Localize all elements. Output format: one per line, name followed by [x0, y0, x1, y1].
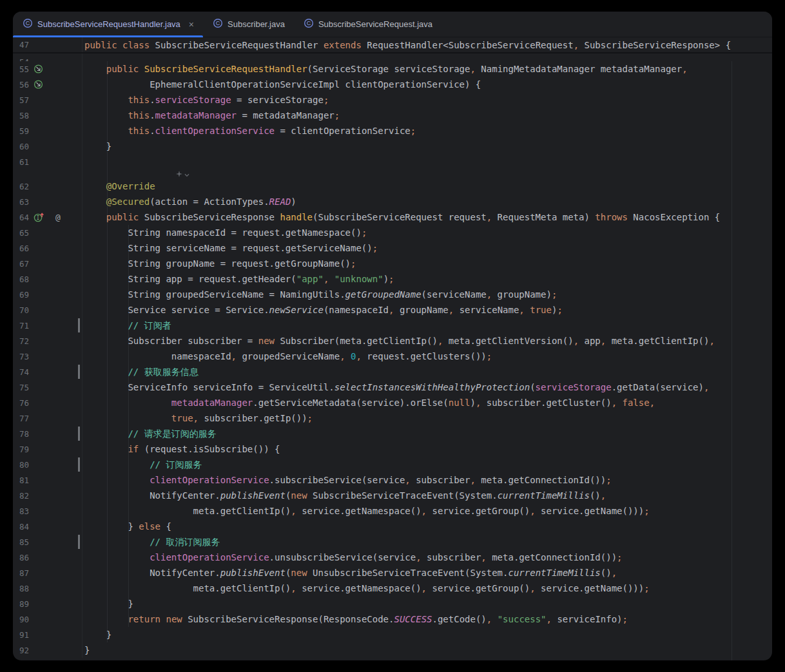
code-line-58[interactable]: 58 this.metadataManager = metadataManage…	[13, 108, 772, 123]
code-line-74[interactable]: 74 // 获取服务信息	[13, 364, 772, 379]
bean-icon[interactable]	[34, 64, 43, 74]
code-line-88[interactable]: 88 meta.getClientIp(), service.getNamesp…	[13, 581, 772, 596]
tab-close-icon[interactable]: ×	[189, 20, 194, 29]
line-number: 90	[13, 611, 82, 627]
vcs-change-marker	[78, 535, 80, 549]
line-number: 85	[13, 534, 82, 550]
tab-label: SubscribeServiceRequestHandler.java	[37, 19, 180, 29]
line-number: 75	[13, 379, 82, 395]
chevron-down-icon[interactable]	[184, 168, 189, 180]
annotation-gutter-icon[interactable]: @	[55, 213, 61, 222]
ai-inlay-row[interactable]	[13, 169, 772, 178]
tab-subscribeservicerequesthandler-java[interactable]: CSubscribeServiceRequestHandler.java×	[13, 12, 203, 37]
clipped-line-54[interactable]: 54	[13, 53, 772, 61]
code-text: }	[82, 627, 111, 642]
line-number: 61	[13, 154, 82, 169]
bean-icon[interactable]	[34, 80, 43, 90]
code-text: @Secured(action = ActionTypes.READ)	[82, 194, 296, 209]
code-line-66[interactable]: 66 String serviceName = request.getServi…	[13, 240, 772, 256]
line-number: 62	[13, 178, 82, 194]
line-number: 72	[13, 333, 82, 349]
code-text: true, subscriber.getIp());	[82, 410, 313, 426]
line-number: 86	[13, 550, 82, 565]
line-number: 70	[13, 302, 82, 318]
line-number: 79	[13, 441, 82, 457]
code-line-69[interactable]: 69 String groupedServiceName = NamingUti…	[13, 287, 772, 302]
code-line-75[interactable]: 75 ServiceInfo serviceInfo = ServiceUtil…	[13, 379, 772, 395]
code-text: public SubscribeServiceRequestHandler(Se…	[82, 61, 688, 77]
code-text: clientOperationService.subscribeService(…	[82, 472, 612, 488]
code-line-77[interactable]: 77 true, subscriber.getIp());	[13, 410, 772, 426]
code-line-55[interactable]: 55 public SubscribeServiceRequestHandler…	[13, 61, 772, 77]
code-text: @Override	[82, 178, 155, 194]
code-line-62[interactable]: 62 @Override	[13, 178, 772, 194]
code-text: Subscriber subscriber = new Subscriber(m…	[82, 333, 715, 349]
vcs-change-marker	[78, 457, 80, 472]
line-number: 55	[13, 61, 82, 77]
line-number: 88	[13, 581, 82, 596]
code-text: this.clientOperationService = clientOper…	[82, 123, 416, 139]
code-line-80[interactable]: 80 // 订阅服务	[13, 457, 772, 472]
line-number: 81	[13, 472, 82, 488]
code-editor-area[interactable]: 55 public SubscribeServiceRequestHandler…	[13, 61, 772, 660]
tab-subscriber-java[interactable]: CSubscriber.java	[203, 12, 294, 37]
code-text: // 取消订阅服务	[82, 534, 220, 550]
code-line-81[interactable]: 81 clientOperationService.subscribeServi…	[13, 472, 772, 488]
code-line-86[interactable]: 86 clientOperationService.unsubscribeSer…	[13, 550, 772, 565]
code-line-78[interactable]: 78 // 请求是订阅的服务	[13, 426, 772, 441]
code-text: public SubscribeServiceResponse handle(S…	[82, 209, 720, 225]
ide-window: CSubscribeServiceRequestHandler.java×CSu…	[13, 12, 772, 660]
code-line-82[interactable]: 82 NotifyCenter.publishEvent(new Subscri…	[13, 488, 772, 503]
code-text: NotifyCenter.publishEvent(new SubscribeS…	[82, 488, 606, 503]
code-text: EphemeralClientOperationServiceImpl clie…	[82, 77, 481, 92]
code-line-72[interactable]: 72 Subscriber subscriber = new Subscribe…	[13, 333, 772, 349]
override-icon[interactable]: I	[34, 212, 44, 222]
line-number: 69	[13, 287, 82, 302]
code-line-87[interactable]: 87 NotifyCenter.publishEvent(new Unsubsc…	[13, 565, 772, 581]
code-line-64[interactable]: 64I@ public SubscribeServiceResponse han…	[13, 209, 772, 225]
code-text: } else {	[82, 519, 171, 534]
code-line-76[interactable]: 76 metadataManager.getServiceMetadata(se…	[13, 395, 772, 410]
code-line-63[interactable]: 63 @Secured(action = ActionTypes.READ)	[13, 194, 772, 209]
code-line-89[interactable]: 89 }	[13, 596, 772, 611]
code-line-70[interactable]: 70 Service service = Service.newService(…	[13, 302, 772, 318]
code-line-79[interactable]: 79 if (request.isSubscribe()) {	[13, 441, 772, 457]
code-text: String app = request.getHeader("app", "u…	[82, 271, 394, 287]
code-line-59[interactable]: 59 this.clientOperationService = clientO…	[13, 123, 772, 139]
code-line-65[interactable]: 65 String namespaceId = request.getNames…	[13, 225, 772, 240]
line-number: 82	[13, 488, 82, 503]
line-number: 56	[13, 77, 82, 92]
code-text: String namespaceId = request.getNamespac…	[82, 225, 367, 240]
line-number: 73	[13, 349, 82, 364]
code-line-60[interactable]: 60 }	[13, 139, 772, 154]
tab-label: Subscriber.java	[228, 19, 285, 29]
line-number: 65	[13, 225, 82, 240]
code-line-68[interactable]: 68 String app = request.getHeader("app",…	[13, 271, 772, 287]
line-number: 76	[13, 395, 82, 410]
code-line-92[interactable]: 92}	[13, 642, 772, 658]
ai-actions-inlay-icon[interactable]	[176, 168, 182, 180]
code-text: metadataManager.getServiceMetadata(servi…	[82, 395, 655, 410]
code-text: // 订阅服务	[82, 457, 202, 472]
code-line-71[interactable]: 71 // 订阅者	[13, 318, 772, 333]
svg-text:C: C	[26, 20, 30, 26]
code-line-57[interactable]: 57 this.serviceStorage = serviceStorage;	[13, 92, 772, 108]
vcs-change-marker	[78, 427, 80, 441]
code-text: NotifyCenter.publishEvent(new Unsubscrib…	[82, 565, 617, 581]
code-line-91[interactable]: 91 }	[13, 627, 772, 642]
line-number: 78	[13, 426, 82, 441]
code-line-83[interactable]: 83 meta.getClientIp(), service.getNamesp…	[13, 503, 772, 519]
code-line-90[interactable]: 90 return new SubscribeServiceResponse(R…	[13, 611, 772, 627]
tab-subscribeservicerequest-java[interactable]: CSubscribeServiceRequest.java	[294, 12, 441, 37]
code-line-61[interactable]: 61	[13, 154, 772, 169]
code-line-84[interactable]: 84 } else {	[13, 519, 772, 534]
code-line-56[interactable]: 56 EphemeralClientOperationServiceImpl c…	[13, 77, 772, 92]
svg-text:C: C	[307, 20, 311, 26]
code-line-67[interactable]: 67 String groupName = request.getGroupNa…	[13, 256, 772, 271]
code-text: }	[82, 139, 111, 154]
code-line-73[interactable]: 73 namespaceId, groupedServiceName, 0, r…	[13, 349, 772, 364]
sticky-header-line[interactable]: 47 public class SubscribeServiceRequestH…	[13, 37, 772, 53]
code-line-85[interactable]: 85 // 取消订阅服务	[13, 534, 772, 550]
code-text: meta.getClientIp(), service.getNamespace…	[82, 503, 650, 519]
code-text: }	[82, 596, 133, 611]
